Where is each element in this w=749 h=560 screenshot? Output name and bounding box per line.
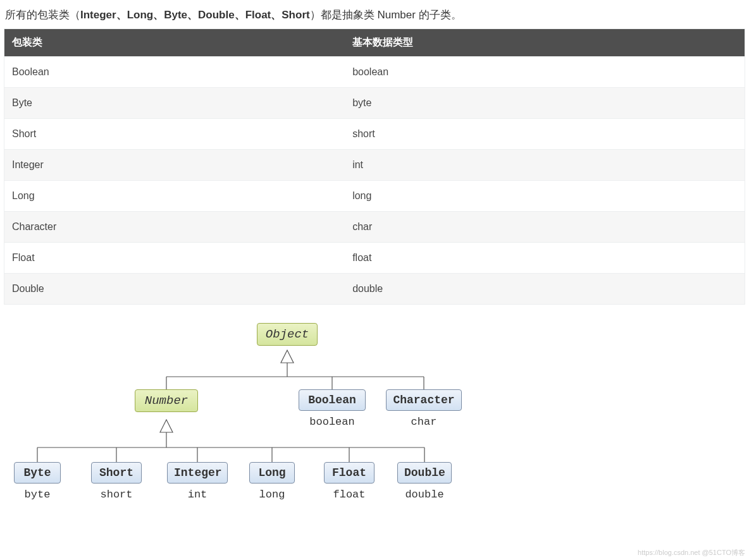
cell-primitive: short: [345, 119, 745, 150]
long-sublabel: long: [249, 489, 295, 501]
object-box: Object: [257, 323, 318, 346]
svg-marker-6: [160, 420, 173, 432]
paren-close: ）: [310, 9, 321, 21]
float-box: Float: [324, 462, 374, 484]
cell-primitive: int: [345, 150, 745, 181]
byte-box: Byte: [14, 462, 61, 484]
cell-wrapper: Character: [4, 212, 345, 243]
table-header-primitive: 基本数据类型: [345, 29, 745, 57]
intro-paragraph: 所有的包装类（Integer、Long、Byte、Double、Float、Sh…: [0, 0, 749, 28]
class-hierarchy-diagram: Object Number Boolean boolean Character …: [4, 307, 487, 535]
double-sublabel: double: [397, 489, 452, 501]
intro-bold: Integer、Long、Byte、Double、Float、Short: [80, 9, 310, 21]
short-sublabel: short: [91, 489, 142, 501]
table-header-wrapper: 包装类: [4, 29, 345, 57]
table-row: Shortshort: [4, 119, 745, 150]
double-box: Double: [397, 462, 452, 484]
table-row: Floatfloat: [4, 243, 745, 274]
cell-primitive: byte: [345, 88, 745, 119]
cell-wrapper: Byte: [4, 88, 345, 119]
cell-primitive: char: [345, 212, 745, 243]
number-box: Number: [135, 389, 198, 412]
cell-wrapper: Float: [4, 243, 345, 274]
table-row: Characterchar: [4, 212, 745, 243]
cell-primitive: boolean: [345, 57, 745, 88]
intro-suffix: 都是抽象类 Number 的子类。: [321, 9, 462, 21]
table-header-row: 包装类 基本数据类型: [4, 29, 745, 57]
float-sublabel: float: [324, 489, 374, 501]
short-box: Short: [91, 462, 142, 484]
table-row: Booleanboolean: [4, 57, 745, 88]
character-sublabel: char: [386, 416, 462, 428]
cell-wrapper: Integer: [4, 150, 345, 181]
cell-primitive: long: [345, 181, 745, 212]
integer-sublabel: int: [167, 489, 228, 501]
cell-wrapper: Double: [4, 274, 345, 305]
table-row: Doubledouble: [4, 274, 745, 305]
long-box: Long: [249, 462, 295, 484]
paren-open: （: [70, 9, 80, 21]
cell-wrapper: Boolean: [4, 57, 345, 88]
table-row: Longlong: [4, 181, 745, 212]
cell-wrapper: Short: [4, 119, 345, 150]
wrapper-primitive-table: 包装类 基本数据类型 Booleanboolean Bytebyte Short…: [4, 28, 745, 305]
table-row: Integerint: [4, 150, 745, 181]
integer-box: Integer: [167, 462, 228, 484]
byte-sublabel: byte: [14, 489, 61, 501]
cell-primitive: float: [345, 243, 745, 274]
cell-primitive: double: [345, 274, 745, 305]
intro-prefix: 所有的包装类: [5, 9, 70, 21]
boolean-box: Boolean: [299, 389, 366, 411]
boolean-sublabel: boolean: [299, 416, 366, 428]
cell-wrapper: Long: [4, 181, 345, 212]
svg-marker-0: [281, 350, 294, 363]
character-box: Character: [386, 389, 462, 411]
table-row: Bytebyte: [4, 88, 745, 119]
